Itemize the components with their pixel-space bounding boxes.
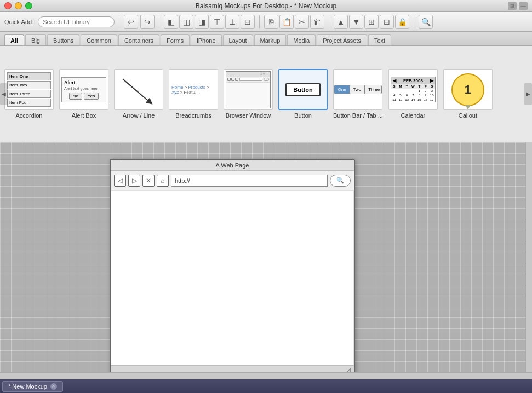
calendar-label: Calendar <box>401 112 426 119</box>
tab-label: * New Mockup <box>8 383 47 390</box>
browser-forward-button[interactable]: ▷ <box>128 175 140 187</box>
arrow-line-label: Arrow / Line <box>123 112 155 119</box>
tab-forms[interactable]: Forms <box>161 34 190 45</box>
title-bar: Balsamiq Mockups For Desktop - * New Moc… <box>0 0 532 12</box>
bring-front-button[interactable]: ▲ <box>334 15 348 29</box>
zoom-button[interactable]: 🔍 <box>419 15 433 29</box>
toolbar-separator-5 <box>414 15 414 28</box>
align-right-button[interactable]: ◨ <box>195 15 209 29</box>
browser-back-button[interactable]: ◁ <box>114 175 126 187</box>
toolbar-separator-2 <box>159 15 159 28</box>
button-thumbnail: Button <box>278 69 328 110</box>
window-title: Balsamiq Mockups For Desktop - * New Moc… <box>196 2 336 10</box>
search-input[interactable] <box>38 16 115 27</box>
toolbar-separator-3 <box>259 15 260 28</box>
alert-box-thumbnail: Alert Alert text goes here No Yes <box>59 69 108 110</box>
lock-button[interactable]: 🔒 <box>395 15 409 29</box>
button-bar-thumbnail: One Two Three <box>333 69 382 110</box>
minimize-button[interactable] <box>15 2 22 9</box>
align-bottom-button[interactable]: ⊟ <box>241 15 255 29</box>
tab-media[interactable]: Media <box>287 34 316 45</box>
tab-iphone[interactable]: iPhone <box>191 34 221 45</box>
canvas-grid: A Web Page ◁ ▷ ✕ ⌂ http:// 🔍 ⊿ <box>0 142 532 379</box>
tab-containers[interactable]: Containers <box>118 34 159 45</box>
library-item-alert-box[interactable]: Alert Alert text goes here No Yes Alert … <box>59 69 108 119</box>
browser-nav-bar: ◁ ▷ ✕ ⌂ http:// 🔍 <box>111 171 354 190</box>
layer-buttons: ▲ ▼ ⊞ ⊟ 🔒 <box>334 15 409 29</box>
tab-close-button[interactable]: ✕ <box>50 383 57 390</box>
breadcrumbs-label: Breadcrumbs <box>175 112 211 119</box>
tab-big[interactable]: Big <box>25 34 46 45</box>
fullscreen-icon[interactable]: ⊞ <box>508 2 517 10</box>
tab-new-mockup[interactable]: * New Mockup ✕ <box>2 381 63 392</box>
arrow-line-thumbnail <box>114 69 163 110</box>
library-item-accordion[interactable]: Item One Item Two Item Three Item Four A… <box>4 69 54 119</box>
canvas-browser-window[interactable]: A Web Page ◁ ▷ ✕ ⌂ http:// 🔍 ⊿ <box>110 159 355 375</box>
quick-add-label: Quick Add: <box>4 19 33 25</box>
browser-mockup-title: A Web Page <box>111 160 354 171</box>
browser-close-button[interactable]: ✕ <box>142 175 155 187</box>
callout-label: Callout <box>459 112 477 119</box>
alert-box-label: Alert Box <box>72 112 96 119</box>
align-center-button[interactable]: ◫ <box>179 15 193 29</box>
canvas-vertical-scrollbar[interactable] <box>525 142 532 372</box>
scroll-left-arrow[interactable]: ◀ <box>0 83 8 105</box>
align-left-button[interactable]: ◧ <box>164 15 178 29</box>
tab-buttons[interactable]: Buttons <box>47 34 79 45</box>
tab-common[interactable]: Common <box>81 34 117 45</box>
library-area: All Big Buttons Common Containers Forms … <box>0 32 532 142</box>
align-top-button[interactable]: ⊤ <box>210 15 224 29</box>
delete-button[interactable]: 🗑 <box>310 15 324 29</box>
arrange-buttons: ◧ ◫ ◨ ⊤ ⊥ ⊟ <box>164 15 255 29</box>
tab-layout[interactable]: Layout <box>223 34 253 45</box>
accordion-label: Accordion <box>16 112 43 119</box>
browser-window-thumbnail: □ × — <box>224 69 273 110</box>
tab-text[interactable]: Text <box>368 34 391 45</box>
callout-thumbnail: 1 <box>443 69 493 110</box>
browser-home-button[interactable]: ⌂ <box>157 175 169 187</box>
canvas-horizontal-scrollbar[interactable] <box>0 372 532 379</box>
scroll-right-arrow[interactable]: ▶ <box>524 83 532 105</box>
library-item-callout[interactable]: 1 Callout <box>443 69 493 119</box>
breadcrumbs-thumbnail: Home > Products > Xyz > Featu... <box>169 69 218 110</box>
button-label: Button <box>294 112 312 119</box>
window-controls[interactable] <box>4 2 32 9</box>
library-items-scroll[interactable]: ◀ Item One Item Two Item Three Item Four… <box>0 46 532 142</box>
bottom-tab-bar: * New Mockup ✕ <box>0 379 532 393</box>
library-tabs: All Big Buttons Common Containers Forms … <box>0 32 532 46</box>
tab-all[interactable]: All <box>4 34 24 45</box>
button-bar-label: Button Bar / Tab ... <box>333 112 383 119</box>
maximize-button[interactable] <box>25 2 32 9</box>
redo-button[interactable]: ↪ <box>140 15 155 29</box>
toolbar-separator-4 <box>329 15 329 28</box>
library-item-browser-window[interactable]: □ × — Browser Window <box>224 69 273 119</box>
calendar-thumbnail: ◀ FEB 2008 ▶ S M T W T F S <box>388 69 438 110</box>
browser-url-input[interactable]: http:// <box>171 175 328 187</box>
canvas-area[interactable]: A Web Page ◁ ▷ ✕ ⌂ http:// 🔍 ⊿ <box>0 142 532 379</box>
align-middle-button[interactable]: ⊥ <box>225 15 239 29</box>
close-button[interactable] <box>4 2 12 9</box>
accordion-thumbnail: Item One Item Two Item Three Item Four <box>4 69 54 110</box>
minimize-icon[interactable]: — <box>519 2 528 10</box>
browser-search-button[interactable]: 🔍 <box>330 175 351 187</box>
tab-project-assets[interactable]: Project Assets <box>317 34 367 45</box>
library-item-breadcrumbs[interactable]: Home > Products > Xyz > Featu... Breadcr… <box>169 69 218 119</box>
library-item-arrow-line[interactable]: Arrow / Line <box>114 69 163 119</box>
tab-markup[interactable]: Markup <box>254 34 287 45</box>
ungroup-button[interactable]: ⊟ <box>380 15 394 29</box>
send-back-button[interactable]: ▼ <box>349 15 363 29</box>
toolbar: Quick Add: ↩ ↪ ◧ ◫ ◨ ⊤ ⊥ ⊟ ⎘ 📋 ✂ 🗑 ▲ ▼ ⊞… <box>0 12 532 32</box>
undo-button[interactable]: ↩ <box>124 15 138 29</box>
library-item-button[interactable]: Button Button <box>278 69 328 119</box>
browser-window-label: Browser Window <box>226 112 271 119</box>
library-item-calendar[interactable]: ◀ FEB 2008 ▶ S M T W T F S <box>388 69 438 119</box>
title-bar-right-controls: ⊞ — <box>508 2 528 10</box>
browser-content-area <box>111 190 354 365</box>
cut-button[interactable]: ✂ <box>295 15 309 29</box>
toolbar-separator-1 <box>119 15 119 28</box>
paste-button[interactable]: 📋 <box>279 15 294 29</box>
copy-button[interactable]: ⎘ <box>264 15 278 29</box>
edit-buttons: ⎘ 📋 ✂ 🗑 <box>264 15 324 29</box>
group-button[interactable]: ⊞ <box>364 15 379 29</box>
library-item-button-bar[interactable]: One Two Three Button Bar / Tab ... <box>333 69 383 119</box>
